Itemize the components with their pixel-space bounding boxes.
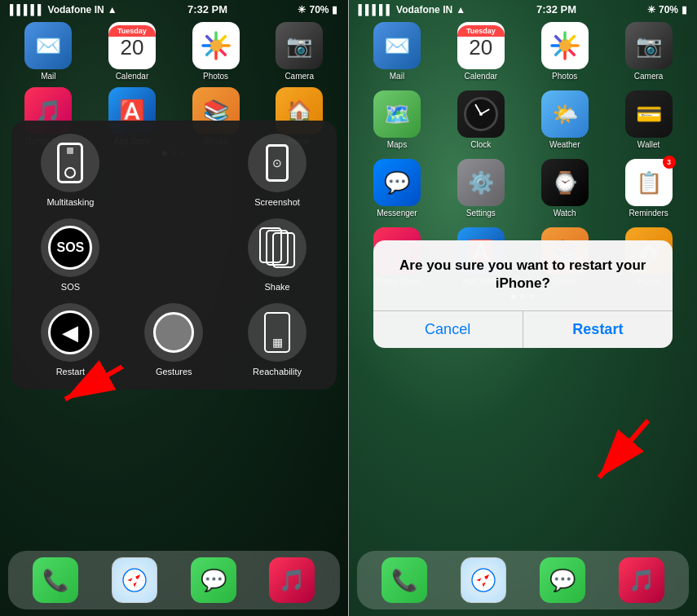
dock-safari-right[interactable] [461, 557, 506, 603]
dock-icon-messages-right: 💬 [540, 557, 585, 603]
app-calendar-left[interactable]: Tuesday 20 Calendar [94, 22, 171, 81]
at-sos[interactable]: SOS SOS [24, 218, 117, 292]
dialog-title: Are you sure you want to restart your iP… [386, 257, 660, 293]
at-sos-icon: SOS [41, 218, 99, 277]
bluetooth-icon-right: ✳ [647, 4, 655, 15]
svg-line-24 [569, 37, 574, 42]
battery-icon-left: ▮ [332, 4, 337, 15]
clock-center [479, 112, 483, 116]
app-icon-wallet-right: 💳 [625, 90, 673, 138]
app-label-calendar-right: Calendar [465, 72, 498, 81]
gestures-circle-icon [153, 312, 194, 353]
bluetooth-icon-left: ✳ [298, 4, 306, 15]
battery-percent-right: 70% [659, 4, 678, 15]
at-screenshot[interactable]: ⊙ Screenshot [232, 134, 324, 207]
at-restart-icon: ◀ [41, 303, 99, 362]
dock-messages-left[interactable]: 💬 [191, 557, 236, 603]
carrier-name-left: Vodafone IN [48, 4, 104, 15]
app-photos-left[interactable]: Photos [177, 22, 254, 81]
right-status-bar: ▌▌▌▌▌ Vodafone IN ▲ 7:32 PM ✳ 70% ▮ [349, 0, 698, 19]
app-label-mail-right: Mail [390, 72, 404, 81]
right-app-row1: ✉️ Mail Tuesday 20 Calendar [349, 19, 698, 86]
app-label-maps-right: Maps [387, 140, 407, 149]
left-phone-panel: ▌▌▌▌▌ Vodafone IN ▲ 7:32 PM ✳ 70% ▮ ✉️ M… [0, 0, 348, 616]
app-mail-left[interactable]: ✉️ Mail [10, 22, 87, 81]
app-settings-right[interactable]: ⚙️ Settings [442, 159, 519, 218]
app-label-photos-left: Photos [203, 72, 228, 81]
at-restart[interactable]: ◀ Restart [24, 303, 117, 376]
at-reachability-label: Reachability [253, 367, 302, 376]
at-screenshot-icon: ⊙ [248, 134, 307, 192]
shake-phones-icon [259, 227, 295, 268]
left-status-bar: ▌▌▌▌▌ Vodafone IN ▲ 7:32 PM ✳ 70% ▮ [0, 0, 348, 19]
dock-icon-music-left: 🎵 [269, 557, 315, 603]
right-app-row3: 💬 Messenger ⚙️ Settings ⌚ Watch 📋 3 Remi… [349, 154, 698, 222]
app-messenger-right[interactable]: 💬 Messenger [359, 159, 436, 218]
app-camera-right[interactable]: 📷 Camera [610, 22, 687, 81]
dock-icon-phone-left: 📞 [33, 557, 78, 603]
app-wallet-right[interactable]: 💳 Wallet [610, 90, 687, 149]
app-icon-mail-right: ✉️ [373, 22, 421, 69]
dock-music-left[interactable]: 🎵 [269, 557, 315, 603]
right-app-row2: 🗺️ Maps Clock 🌤️ Weather 💳 Wallet [349, 86, 698, 154]
at-gestures-label: Gestures [156, 367, 192, 376]
status-carrier-right: ▌▌▌▌▌ Vodafone IN ▲ [359, 4, 466, 15]
app-icon-img-photos-left [192, 22, 240, 69]
dock-safari-left[interactable] [112, 557, 157, 603]
app-camera-left[interactable]: 📷 Camera [261, 22, 338, 81]
left-app-row1: ✉️ Mail Tuesday 20 Calendar [0, 19, 348, 86]
dock-music-right[interactable]: 🎵 [619, 557, 664, 603]
battery-percent-left: 70% [309, 4, 329, 15]
app-icon-camera-right: 📷 [625, 22, 673, 69]
app-label-wallet-right: Wallet [637, 140, 660, 149]
app-weather-right[interactable]: 🌤️ Weather [526, 90, 603, 149]
battery-icon-right: ▮ [682, 4, 687, 15]
app-icon-weather-right: 🌤️ [541, 90, 589, 138]
app-reminders-right[interactable]: 📋 3 Reminders [610, 159, 687, 218]
dock-phone-right[interactable]: 📞 [382, 557, 427, 603]
app-calendar-right[interactable]: Tuesday 20 Calendar [442, 22, 519, 81]
app-icon-clock-right [457, 90, 505, 138]
dock-icon-messages-left: 💬 [191, 557, 236, 603]
at-gestures[interactable]: Gestures [128, 303, 220, 376]
app-icon-messenger-right: 💬 [373, 159, 421, 206]
app-label-weather-right: Weather [549, 140, 580, 149]
iphone-multitasking-icon [57, 143, 83, 183]
wifi-icon: ▲ [108, 4, 117, 15]
app-mail-right[interactable]: ✉️ Mail [359, 22, 436, 81]
app-clock-right[interactable]: Clock [442, 90, 519, 149]
clock-face-right [464, 97, 498, 131]
at-multitasking[interactable]: Multitasking [24, 134, 117, 207]
app-icon-wrap-reminders: 📋 3 [625, 159, 673, 206]
app-label-clock-right: Clock [470, 140, 491, 149]
app-watch-right[interactable]: ⌚ Watch [526, 159, 603, 218]
dock-messages-right[interactable]: 💬 [540, 557, 585, 603]
app-icon-img-calendar-left: Tuesday 20 [108, 22, 156, 69]
dock-phone-left[interactable]: 📞 [33, 557, 78, 603]
app-label-messenger-right: Messenger [377, 209, 417, 218]
screenshot-phone-icon: ⊙ [266, 144, 289, 182]
at-shake-label: Shake [264, 282, 289, 292]
at-reachability[interactable]: Reachability [232, 303, 324, 376]
at-shake-icon [248, 218, 307, 277]
carrier-name-right: Vodafone IN [396, 4, 452, 15]
app-icon-watch-right: ⌚ [541, 159, 589, 206]
at-gestures-icon [144, 303, 203, 362]
status-time-right: 7:32 PM [536, 3, 576, 15]
dialog-restart-button[interactable]: Restart [523, 311, 673, 348]
app-label-calendar-left: Calendar [116, 72, 149, 81]
status-right-right: ✳ 70% ▮ [647, 4, 687, 15]
app-photos-right[interactable]: Photos [526, 22, 603, 81]
at-sos-label: SOS [61, 282, 80, 292]
app-label-camera-right: Camera [634, 72, 664, 81]
app-label-reminders-right: Reminders [629, 209, 668, 218]
app-icon-img-camera-left: 📷 [276, 22, 323, 69]
at-shake[interactable]: Shake [232, 218, 324, 292]
dialog-cancel-button[interactable]: Cancel [373, 311, 523, 348]
app-maps-right[interactable]: 🗺️ Maps [359, 90, 436, 149]
svg-line-7 [220, 37, 225, 42]
right-phone-panel: ▌▌▌▌▌ Vodafone IN ▲ 7:32 PM ✳ 70% ▮ ✉️ M… [349, 0, 698, 616]
app-label-photos-right: Photos [552, 72, 577, 81]
svg-line-22 [555, 37, 560, 42]
wifi-icon-right: ▲ [456, 4, 465, 15]
